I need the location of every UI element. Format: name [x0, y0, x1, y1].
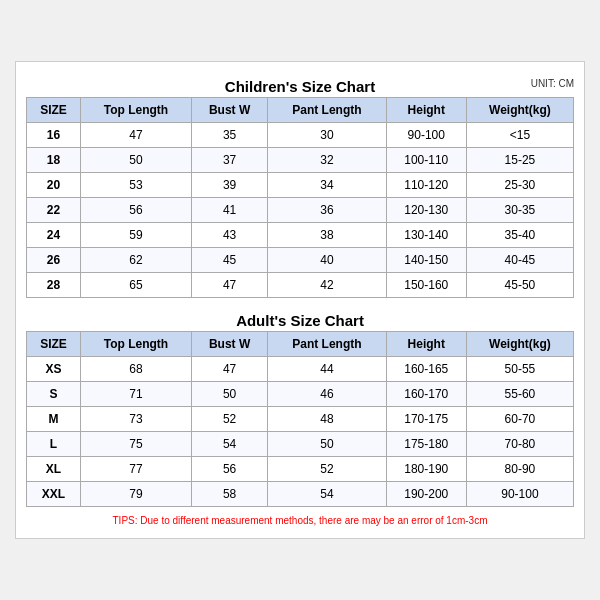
table-cell: S — [27, 382, 81, 407]
table-cell: 50-55 — [466, 357, 573, 382]
table-cell: 44 — [268, 357, 386, 382]
children-section-title: Children's Size Chart UNIT: CM — [26, 72, 574, 97]
children-table: SIZE Top Length Bust W Pant Length Heigh… — [26, 97, 574, 298]
table-cell: 30 — [268, 123, 386, 148]
children-title: Children's Size Chart — [225, 78, 375, 95]
chart-container: Children's Size Chart UNIT: CM SIZE Top … — [15, 61, 585, 539]
table-cell: 15-25 — [466, 148, 573, 173]
table-cell: 71 — [80, 382, 191, 407]
table-cell: 54 — [192, 432, 268, 457]
table-cell: 77 — [80, 457, 191, 482]
table-cell: 90-100 — [386, 123, 466, 148]
table-cell: <15 — [466, 123, 573, 148]
table-cell: 160-170 — [386, 382, 466, 407]
table-cell: 24 — [27, 223, 81, 248]
table-cell: 56 — [192, 457, 268, 482]
table-cell: 41 — [192, 198, 268, 223]
table-cell: 80-90 — [466, 457, 573, 482]
table-cell: 25-30 — [466, 173, 573, 198]
table-row: XS684744160-16550-55 — [27, 357, 574, 382]
table-cell: 46 — [268, 382, 386, 407]
adult-section-title: Adult's Size Chart — [26, 306, 574, 331]
table-cell: 52 — [268, 457, 386, 482]
table-row: 26624540140-15040-45 — [27, 248, 574, 273]
table-cell: 50 — [192, 382, 268, 407]
adult-header-row: SIZE Top Length Bust W Pant Length Heigh… — [27, 332, 574, 357]
children-header-row: SIZE Top Length Bust W Pant Length Heigh… — [27, 98, 574, 123]
table-cell: 38 — [268, 223, 386, 248]
table-cell: 59 — [80, 223, 191, 248]
children-header-height: Height — [386, 98, 466, 123]
children-tbody: 1647353090-100<1518503732100-11015-25205… — [27, 123, 574, 298]
table-cell: 47 — [192, 357, 268, 382]
table-cell: 26 — [27, 248, 81, 273]
table-cell: 90-100 — [466, 482, 573, 507]
table-cell: 28 — [27, 273, 81, 298]
table-cell: 50 — [268, 432, 386, 457]
table-cell: 52 — [192, 407, 268, 432]
table-cell: 150-160 — [386, 273, 466, 298]
adult-title: Adult's Size Chart — [236, 312, 364, 329]
table-row: 22564136120-13030-35 — [27, 198, 574, 223]
table-cell: 53 — [80, 173, 191, 198]
table-cell: 18 — [27, 148, 81, 173]
table-cell: 43 — [192, 223, 268, 248]
table-cell: 37 — [192, 148, 268, 173]
children-header-size: SIZE — [27, 98, 81, 123]
adult-tbody: XS684744160-16550-55S715046160-17055-60M… — [27, 357, 574, 507]
table-cell: 32 — [268, 148, 386, 173]
adult-header-height: Height — [386, 332, 466, 357]
table-cell: 36 — [268, 198, 386, 223]
table-cell: 68 — [80, 357, 191, 382]
table-cell: 160-165 — [386, 357, 466, 382]
table-cell: 130-140 — [386, 223, 466, 248]
table-cell: 20 — [27, 173, 81, 198]
table-cell: XXL — [27, 482, 81, 507]
table-cell: 55-60 — [466, 382, 573, 407]
table-cell: XS — [27, 357, 81, 382]
table-cell: 56 — [80, 198, 191, 223]
table-cell: 70-80 — [466, 432, 573, 457]
table-cell: L — [27, 432, 81, 457]
table-cell: 35 — [192, 123, 268, 148]
adult-header-size: SIZE — [27, 332, 81, 357]
table-row: 28654742150-16045-50 — [27, 273, 574, 298]
adult-header-pant-length: Pant Length — [268, 332, 386, 357]
table-row: M735248170-17560-70 — [27, 407, 574, 432]
table-cell: 16 — [27, 123, 81, 148]
table-cell: 73 — [80, 407, 191, 432]
table-cell: 100-110 — [386, 148, 466, 173]
table-cell: 170-175 — [386, 407, 466, 432]
table-cell: 47 — [192, 273, 268, 298]
table-cell: 40-45 — [466, 248, 573, 273]
children-header-pant-length: Pant Length — [268, 98, 386, 123]
table-row: L755450175-18070-80 — [27, 432, 574, 457]
table-cell: 54 — [268, 482, 386, 507]
table-cell: 60-70 — [466, 407, 573, 432]
table-cell: 22 — [27, 198, 81, 223]
table-cell: 58 — [192, 482, 268, 507]
table-cell: XL — [27, 457, 81, 482]
table-row: XL775652180-19080-90 — [27, 457, 574, 482]
table-cell: 140-150 — [386, 248, 466, 273]
table-cell: 79 — [80, 482, 191, 507]
table-cell: 190-200 — [386, 482, 466, 507]
adult-table: SIZE Top Length Bust W Pant Length Heigh… — [26, 331, 574, 507]
table-cell: 47 — [80, 123, 191, 148]
table-cell: 45-50 — [466, 273, 573, 298]
table-cell: 35-40 — [466, 223, 573, 248]
adult-header-top-length: Top Length — [80, 332, 191, 357]
table-cell: 30-35 — [466, 198, 573, 223]
table-cell: 62 — [80, 248, 191, 273]
table-cell: 40 — [268, 248, 386, 273]
table-row: 1647353090-100<15 — [27, 123, 574, 148]
table-cell: 110-120 — [386, 173, 466, 198]
children-header-bust-w: Bust W — [192, 98, 268, 123]
adult-header-weight: Weight(kg) — [466, 332, 573, 357]
children-header-weight: Weight(kg) — [466, 98, 573, 123]
table-cell: 34 — [268, 173, 386, 198]
adult-header-bust-w: Bust W — [192, 332, 268, 357]
table-row: 18503732100-11015-25 — [27, 148, 574, 173]
children-header-top-length: Top Length — [80, 98, 191, 123]
table-cell: 180-190 — [386, 457, 466, 482]
